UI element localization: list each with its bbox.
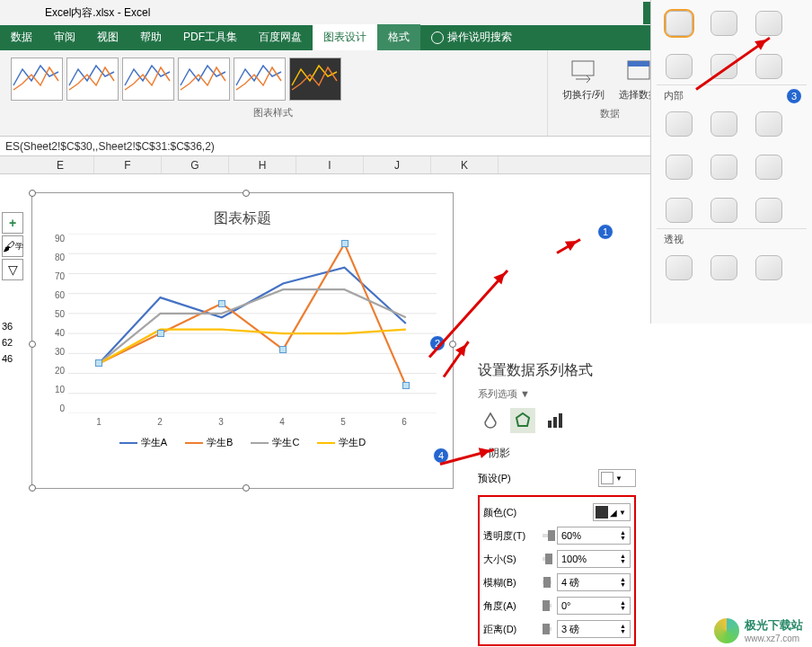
preset-option[interactable]	[710, 11, 737, 36]
chart-style-thumb[interactable]	[11, 58, 63, 101]
watermark: 极光下载站 www.xz7.com	[714, 617, 803, 643]
switch-row-col-button[interactable]: 切换行/列	[555, 54, 612, 105]
bucket-icon: ◢	[610, 508, 617, 518]
preset-option[interactable]	[755, 11, 782, 36]
chart-legend[interactable]: 学生A 学生B 学生C 学生D	[32, 427, 453, 458]
series-marker[interactable]	[402, 382, 410, 389]
color-label: 颜色(C)	[483, 506, 537, 519]
blur-input[interactable]: 4 磅▲▼	[557, 573, 631, 591]
size-input[interactable]: 100%▲▼	[557, 550, 631, 568]
perspective-section-label: 透视	[657, 228, 807, 250]
preset-option[interactable]	[755, 111, 782, 137]
chart-lines	[68, 234, 437, 413]
shadow-color-picker[interactable]: ◢▼	[593, 503, 631, 521]
file-title: Excel内容.xlsx - Excel	[45, 5, 150, 21]
distance-slider[interactable]	[543, 627, 552, 631]
effects-tab-icon[interactable]	[510, 408, 535, 433]
col-header[interactable]: H	[229, 156, 296, 173]
preset-dropdown[interactable]: ▼	[598, 469, 636, 487]
tab-help[interactable]: 帮助	[129, 24, 172, 50]
col-header[interactable]: F	[94, 156, 162, 173]
preset-option[interactable]	[710, 255, 737, 280]
bulb-icon	[431, 31, 444, 44]
series-options-dropdown[interactable]: 系列选项 ▼	[467, 387, 647, 408]
col-header[interactable]: E	[27, 156, 94, 173]
blur-slider[interactable]	[543, 581, 552, 584]
angle-slider[interactable]	[543, 604, 552, 607]
svg-rect-0	[572, 61, 594, 75]
preset-option[interactable]	[666, 54, 693, 79]
tab-review[interactable]: 审阅	[43, 24, 86, 50]
chart-elements-button[interactable]: +	[2, 212, 23, 234]
series-marker[interactable]	[218, 300, 225, 307]
legend-item[interactable]: 学生C	[251, 436, 299, 449]
chart-filter-button[interactable]: ▽	[2, 259, 23, 280]
distance-input[interactable]: 3 磅▲▼	[557, 620, 631, 638]
series-marker[interactable]	[341, 240, 349, 247]
chart-style-thumb[interactable]	[178, 58, 230, 101]
chart-style-thumb[interactable]	[234, 58, 286, 101]
chart-styles-gallery[interactable]	[7, 54, 540, 104]
brush-icon: 🖌	[3, 239, 15, 253]
series-options-tab-icon[interactable]	[543, 408, 568, 433]
blur-label: 模糊(B)	[483, 576, 537, 589]
series-marker[interactable]	[95, 359, 102, 367]
col-header[interactable]: J	[364, 156, 431, 173]
col-header[interactable]: G	[162, 156, 229, 173]
legend-item[interactable]: 学生D	[317, 436, 366, 449]
tab-baidu[interactable]: 百度网盘	[248, 24, 313, 50]
preset-option[interactable]	[755, 155, 782, 180]
resize-handle[interactable]	[243, 484, 250, 492]
chart-object[interactable]: 图表标题 9080706050403020100 123456 学生A 学生B …	[31, 192, 454, 489]
col-header[interactable]: K	[431, 156, 499, 173]
preset-option[interactable]	[666, 11, 693, 36]
preset-option[interactable]	[710, 111, 737, 137]
transparency-label: 透明度(T)	[483, 529, 537, 543]
data-group-label: 数据	[555, 105, 666, 122]
transparency-input[interactable]: 60%▲▼	[557, 527, 631, 545]
shadow-properties-highlight: 颜色(C)◢▼ 透明度(T)60%▲▼ 大小(S)100%▲▼ 模糊(B)4 磅…	[478, 495, 636, 646]
chart-styles-button[interactable]: 🖌学	[2, 235, 23, 257]
svg-marker-19	[516, 413, 529, 426]
chart-plot-area[interactable]: 9080706050403020100	[68, 234, 435, 413]
resize-handle[interactable]	[29, 484, 36, 492]
resize-handle[interactable]	[29, 190, 36, 197]
resize-handle[interactable]	[449, 341, 456, 348]
preset-option[interactable]	[755, 255, 782, 280]
resize-handle[interactable]	[29, 341, 36, 348]
chart-styles-label: 图表样式	[7, 104, 540, 121]
preset-option[interactable]	[755, 54, 782, 79]
legend-item[interactable]: 学生B	[185, 436, 233, 449]
tell-me-search[interactable]: 操作说明搜索	[420, 24, 523, 50]
preset-option[interactable]	[666, 255, 693, 280]
series-marker[interactable]	[279, 346, 287, 353]
fill-line-tab-icon[interactable]	[478, 408, 503, 433]
chart-title[interactable]: 图表标题	[32, 193, 453, 234]
legend-item[interactable]: 学生A	[119, 436, 167, 449]
resize-handle[interactable]	[243, 190, 250, 197]
transparency-slider[interactable]	[543, 534, 552, 537]
filter-icon: ▽	[8, 262, 18, 277]
chart-style-thumb[interactable]	[289, 58, 341, 101]
series-marker[interactable]	[157, 330, 164, 337]
tab-pdf[interactable]: PDF工具集	[172, 24, 248, 50]
tab-format[interactable]: 格式	[377, 24, 420, 50]
chart-style-thumb[interactable]	[66, 58, 119, 101]
preset-option[interactable]	[666, 155, 693, 180]
preset-option[interactable]	[755, 198, 782, 223]
tab-data[interactable]: 数据	[0, 24, 43, 50]
size-slider[interactable]	[543, 557, 552, 561]
col-header[interactable]: I	[296, 156, 364, 173]
format-data-series-pane: 设置数据系列格式 系列选项 ▼ 阴影 预设(P)▼ 颜色(C)◢▼ 透明度(T)…	[467, 354, 647, 647]
tab-view[interactable]: 视图	[86, 24, 129, 50]
preset-option[interactable]	[710, 155, 737, 180]
preset-option[interactable]	[666, 198, 693, 223]
tab-chart-design[interactable]: 图表设计	[313, 24, 377, 50]
preset-option[interactable]	[666, 111, 693, 137]
angle-label: 角度(A)	[483, 599, 537, 613]
preset-option[interactable]	[710, 198, 737, 223]
format-pane-title: 设置数据系列格式	[467, 354, 647, 387]
shadow-preset-gallery: 内部 透视	[650, 0, 812, 324]
chart-style-thumb[interactable]	[122, 58, 174, 101]
angle-input[interactable]: 0°▲▼	[557, 597, 631, 615]
